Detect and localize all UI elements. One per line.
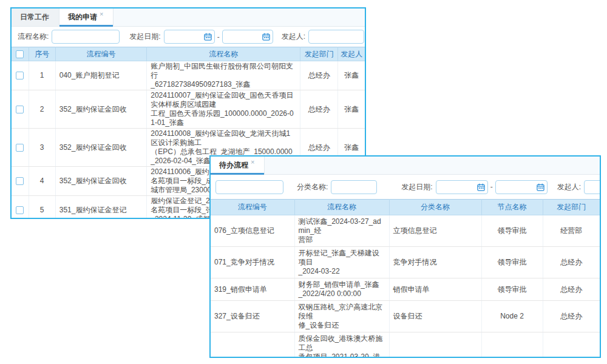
row-checkbox[interactable]: [16, 72, 24, 79]
column-header-seq: 序号: [29, 47, 55, 61]
row-checkbox-cell: [12, 61, 29, 90]
cell-code: 071_竞争对手情况: [211, 247, 294, 278]
tab-label: 日常工作: [20, 12, 49, 22]
table-row[interactable]: 2352_履约保证金回收2024110007_履约保证金回收_国色天香项目实体样…: [12, 90, 365, 129]
initiator-input[interactable]: [308, 30, 364, 44]
cell-dept: 总经办: [543, 278, 600, 301]
cell-name: 开标登记_张鑫_天梯建设项目 _2024-03-22: [294, 247, 389, 278]
cell-code: 040_账户期初登记: [55, 61, 147, 90]
cell-code: 327_设备归还: [211, 301, 294, 332]
cell-name: 双钢压路机_京沪高速北京段维 修_设备归还: [294, 301, 389, 332]
table-header-row: 序号 流程编号 流程名称 发起部门 发起人: [12, 47, 365, 61]
initiator-label: 发起人:: [557, 182, 581, 192]
cell-code: 316_质保金回收: [211, 332, 294, 359]
cell-dept: 总经办: [300, 61, 338, 90]
column-header-name: 流程名称: [294, 200, 389, 215]
column-header-initiator: 发起人: [338, 47, 365, 61]
cell-seq: 4: [29, 167, 55, 196]
cell-node: 部门经理: [481, 332, 543, 359]
process-name-label: 流程名称:: [18, 32, 49, 42]
column-header-code: 流程编号: [55, 47, 147, 61]
cell-code: 076_立项信息登记: [211, 215, 294, 247]
start-date-to: [495, 180, 548, 194]
pending-processes-table: 流程编号 流程名称 分类名称 节点名称 发起部门 076_立项信息登记测试张鑫_…: [211, 199, 600, 358]
cell-dept: 总经办: [543, 332, 600, 359]
cell-code: 351_履约保证金登记: [55, 196, 147, 220]
row-checkbox-cell: [12, 129, 29, 167]
initiator-label: 发起人:: [282, 32, 305, 42]
initiator-input[interactable]: [584, 180, 600, 194]
cell-initiator: 张鑫: [338, 61, 365, 90]
filter-bar: 分类名称: 发起日期: - 发起人:: [211, 175, 600, 199]
cell-node: 领导审批: [481, 278, 543, 301]
cell-code: 319_销假申请单: [211, 278, 294, 301]
calendar-icon[interactable]: [204, 33, 212, 41]
tab-pending-processes[interactable]: 待办流程 ×: [211, 157, 265, 174]
process-name-input[interactable]: [52, 30, 120, 44]
start-date-from: [164, 30, 215, 44]
cell-node: Node 2: [481, 301, 543, 332]
cell-category: 销假申请单: [389, 278, 481, 301]
start-date-from: [436, 180, 488, 194]
close-icon[interactable]: ×: [251, 158, 254, 166]
table-row[interactable]: 327_设备归还双钢压路机_京沪高速北京段维 修_设备归还设备归还Node 2总…: [211, 301, 600, 332]
tab-bar: 待办流程 ×: [211, 157, 600, 175]
column-header-dept: 发起部门: [300, 47, 338, 61]
cell-name: 测试张鑫_2024-03-27_admin_经 营部: [294, 215, 389, 247]
window-pending-processes: 待办流程 × 分类名称: 发起日期: - 发起人: 流程编号 流程名称 分类名称…: [209, 155, 601, 358]
table-row[interactable]: 319_销假申请单财务部_销假申请单_张鑫 _2022/4/20 0:00:00…: [211, 278, 600, 301]
row-checkbox-cell: [12, 196, 29, 220]
process-name-input[interactable]: [215, 180, 283, 194]
cell-category: 竞争对手情况: [389, 247, 481, 278]
column-header-name: 流程名称: [147, 47, 300, 61]
table-row[interactable]: 316_质保金回收质保金回收_港珠澳大桥施工总 承包项目_2021-03-20_…: [211, 332, 600, 359]
cell-name: 2024110007_履约保证金回收_国色天香项目实体样板房区域园建 工程_国色…: [147, 90, 300, 129]
table-row[interactable]: 076_立项信息登记测试张鑫_2024-03-27_admin_经 营部立项信息…: [211, 215, 600, 247]
tab-label: 待办流程: [219, 160, 248, 170]
start-date-label: 发起日期:: [401, 182, 432, 192]
calendar-icon[interactable]: [477, 183, 485, 191]
row-checkbox[interactable]: [16, 206, 24, 214]
category-input[interactable]: [331, 180, 377, 194]
cell-node: 领导审批: [481, 215, 543, 247]
cell-initiator: 张鑫: [338, 90, 365, 129]
column-header-node: 节点名称: [481, 200, 543, 215]
cell-node: 领导审批: [481, 247, 543, 278]
tab-my-applications[interactable]: 我的申请 ×: [59, 8, 114, 26]
cell-dept: 总经办: [543, 301, 600, 332]
start-date-to: [222, 30, 273, 44]
row-checkbox[interactable]: [16, 106, 24, 113]
tab-daily-work[interactable]: 日常工作: [12, 8, 59, 26]
calendar-icon[interactable]: [537, 183, 544, 191]
cell-category: 立项信息登记: [389, 215, 481, 247]
cell-category: 质保金回收: [389, 332, 481, 359]
cell-dept: 总经办: [300, 90, 338, 129]
column-header-dept: 发起部门: [543, 200, 600, 215]
tab-label: 我的申请: [68, 12, 97, 22]
close-icon[interactable]: ×: [100, 10, 103, 18]
cell-dept: 经营部: [543, 215, 600, 247]
category-label: 分类名称:: [297, 182, 328, 192]
column-header-category: 分类名称: [389, 200, 481, 215]
cell-name: 财务部_销假申请单_张鑫 _2022/4/20 0:00:00: [294, 278, 389, 301]
filter-bar: 流程名称: 发起日期: - 发起人: 待办人:: [12, 27, 365, 47]
date-separator: -: [217, 33, 220, 41]
table-row[interactable]: 1040_账户期初登记账户期初_中国民生银行股份有限公司朝阳支行 _627182…: [12, 61, 365, 90]
select-all-checkbox[interactable]: [16, 50, 24, 58]
calendar-icon[interactable]: [262, 33, 270, 41]
start-date-label: 发起日期:: [129, 32, 160, 42]
cell-category: 设备归还: [389, 301, 481, 332]
cell-name: 质保金回收_港珠澳大桥施工总 承包项目_2021-03-20_港珠澳大 桥施工总…: [294, 332, 389, 359]
cell-code: 352_履约保证金回收: [55, 129, 147, 167]
table-row[interactable]: 071_竞争对手情况开标登记_张鑫_天梯建设项目 _2024-03-22竞争对手…: [211, 247, 600, 278]
row-checkbox-cell: [12, 90, 29, 129]
cell-code: 352_履约保证金回收: [55, 90, 147, 129]
table-header-row: 流程编号 流程名称 分类名称 节点名称 发起部门: [211, 200, 600, 215]
cell-name: 账户期初_中国民生银行股份有限公司朝阳支行 _62718273849509271…: [147, 61, 300, 90]
select-all-header: [12, 47, 29, 61]
column-header-code: 流程编号: [211, 200, 294, 215]
row-checkbox[interactable]: [16, 144, 24, 152]
row-checkbox[interactable]: [16, 177, 24, 185]
cell-code: 352_履约保证金回收: [55, 167, 147, 196]
cell-seq: 3: [29, 129, 55, 167]
